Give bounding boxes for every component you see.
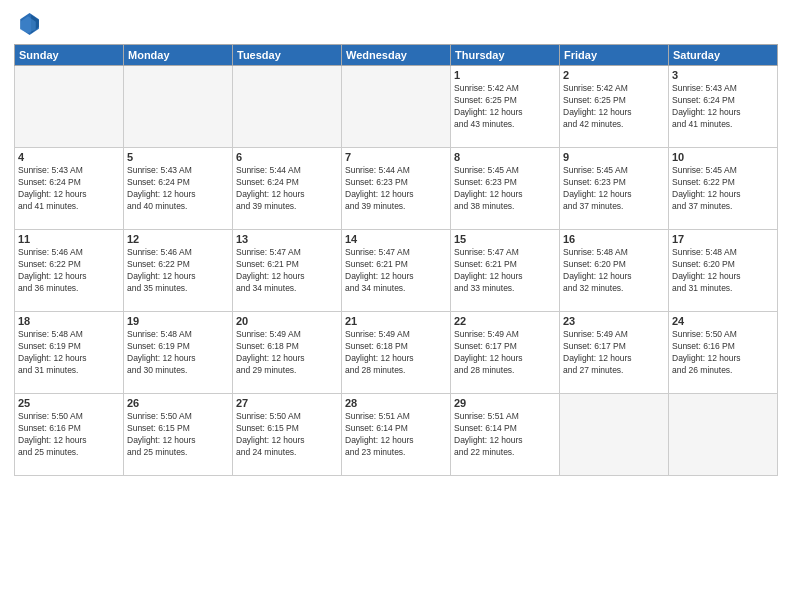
day-header-sunday: Sunday <box>15 45 124 66</box>
calendar-cell: 26Sunrise: 5:50 AM Sunset: 6:15 PM Dayli… <box>124 394 233 476</box>
calendar-cell: 19Sunrise: 5:48 AM Sunset: 6:19 PM Dayli… <box>124 312 233 394</box>
calendar-cell: 6Sunrise: 5:44 AM Sunset: 6:24 PM Daylig… <box>233 148 342 230</box>
logo <box>14 10 46 38</box>
day-info: Sunrise: 5:48 AM Sunset: 6:19 PM Dayligh… <box>127 329 229 377</box>
day-info: Sunrise: 5:50 AM Sunset: 6:15 PM Dayligh… <box>236 411 338 459</box>
day-number: 5 <box>127 151 229 163</box>
calendar-cell: 28Sunrise: 5:51 AM Sunset: 6:14 PM Dayli… <box>342 394 451 476</box>
day-number: 11 <box>18 233 120 245</box>
day-info: Sunrise: 5:45 AM Sunset: 6:23 PM Dayligh… <box>563 165 665 213</box>
logo-icon <box>14 10 42 38</box>
calendar-cell <box>669 394 778 476</box>
day-info: Sunrise: 5:48 AM Sunset: 6:19 PM Dayligh… <box>18 329 120 377</box>
calendar-cell: 11Sunrise: 5:46 AM Sunset: 6:22 PM Dayli… <box>15 230 124 312</box>
calendar-cell: 9Sunrise: 5:45 AM Sunset: 6:23 PM Daylig… <box>560 148 669 230</box>
day-number: 8 <box>454 151 556 163</box>
day-header-friday: Friday <box>560 45 669 66</box>
day-number: 15 <box>454 233 556 245</box>
calendar-cell: 3Sunrise: 5:43 AM Sunset: 6:24 PM Daylig… <box>669 66 778 148</box>
day-info: Sunrise: 5:44 AM Sunset: 6:23 PM Dayligh… <box>345 165 447 213</box>
week-row-1: 4Sunrise: 5:43 AM Sunset: 6:24 PM Daylig… <box>15 148 778 230</box>
calendar-cell: 27Sunrise: 5:50 AM Sunset: 6:15 PM Dayli… <box>233 394 342 476</box>
calendar-cell: 13Sunrise: 5:47 AM Sunset: 6:21 PM Dayli… <box>233 230 342 312</box>
day-info: Sunrise: 5:42 AM Sunset: 6:25 PM Dayligh… <box>454 83 556 131</box>
calendar-cell: 21Sunrise: 5:49 AM Sunset: 6:18 PM Dayli… <box>342 312 451 394</box>
day-info: Sunrise: 5:51 AM Sunset: 6:14 PM Dayligh… <box>454 411 556 459</box>
day-header-thursday: Thursday <box>451 45 560 66</box>
day-info: Sunrise: 5:51 AM Sunset: 6:14 PM Dayligh… <box>345 411 447 459</box>
day-info: Sunrise: 5:50 AM Sunset: 6:16 PM Dayligh… <box>672 329 774 377</box>
calendar-cell <box>124 66 233 148</box>
day-number: 4 <box>18 151 120 163</box>
day-number: 19 <box>127 315 229 327</box>
calendar-cell: 17Sunrise: 5:48 AM Sunset: 6:20 PM Dayli… <box>669 230 778 312</box>
week-row-0: 1Sunrise: 5:42 AM Sunset: 6:25 PM Daylig… <box>15 66 778 148</box>
calendar-cell: 24Sunrise: 5:50 AM Sunset: 6:16 PM Dayli… <box>669 312 778 394</box>
day-info: Sunrise: 5:47 AM Sunset: 6:21 PM Dayligh… <box>236 247 338 295</box>
calendar-cell: 15Sunrise: 5:47 AM Sunset: 6:21 PM Dayli… <box>451 230 560 312</box>
day-info: Sunrise: 5:50 AM Sunset: 6:15 PM Dayligh… <box>127 411 229 459</box>
calendar-cell: 22Sunrise: 5:49 AM Sunset: 6:17 PM Dayli… <box>451 312 560 394</box>
calendar-cell: 23Sunrise: 5:49 AM Sunset: 6:17 PM Dayli… <box>560 312 669 394</box>
calendar-cell: 5Sunrise: 5:43 AM Sunset: 6:24 PM Daylig… <box>124 148 233 230</box>
header <box>14 10 778 38</box>
day-number: 28 <box>345 397 447 409</box>
day-number: 29 <box>454 397 556 409</box>
day-info: Sunrise: 5:43 AM Sunset: 6:24 PM Dayligh… <box>18 165 120 213</box>
calendar-table: SundayMondayTuesdayWednesdayThursdayFrid… <box>14 44 778 476</box>
day-number: 6 <box>236 151 338 163</box>
day-info: Sunrise: 5:50 AM Sunset: 6:16 PM Dayligh… <box>18 411 120 459</box>
calendar-cell: 20Sunrise: 5:49 AM Sunset: 6:18 PM Dayli… <box>233 312 342 394</box>
calendar-cell: 8Sunrise: 5:45 AM Sunset: 6:23 PM Daylig… <box>451 148 560 230</box>
calendar-cell: 25Sunrise: 5:50 AM Sunset: 6:16 PM Dayli… <box>15 394 124 476</box>
day-number: 26 <box>127 397 229 409</box>
calendar-cell <box>15 66 124 148</box>
day-number: 23 <box>563 315 665 327</box>
day-number: 27 <box>236 397 338 409</box>
day-info: Sunrise: 5:48 AM Sunset: 6:20 PM Dayligh… <box>672 247 774 295</box>
day-header-tuesday: Tuesday <box>233 45 342 66</box>
week-row-2: 11Sunrise: 5:46 AM Sunset: 6:22 PM Dayli… <box>15 230 778 312</box>
day-info: Sunrise: 5:43 AM Sunset: 6:24 PM Dayligh… <box>672 83 774 131</box>
day-number: 25 <box>18 397 120 409</box>
calendar-cell: 12Sunrise: 5:46 AM Sunset: 6:22 PM Dayli… <box>124 230 233 312</box>
days-header-row: SundayMondayTuesdayWednesdayThursdayFrid… <box>15 45 778 66</box>
calendar-cell: 1Sunrise: 5:42 AM Sunset: 6:25 PM Daylig… <box>451 66 560 148</box>
calendar-cell: 14Sunrise: 5:47 AM Sunset: 6:21 PM Dayli… <box>342 230 451 312</box>
day-info: Sunrise: 5:45 AM Sunset: 6:23 PM Dayligh… <box>454 165 556 213</box>
day-info: Sunrise: 5:49 AM Sunset: 6:18 PM Dayligh… <box>345 329 447 377</box>
day-info: Sunrise: 5:48 AM Sunset: 6:20 PM Dayligh… <box>563 247 665 295</box>
day-number: 24 <box>672 315 774 327</box>
calendar-cell: 2Sunrise: 5:42 AM Sunset: 6:25 PM Daylig… <box>560 66 669 148</box>
calendar-cell <box>560 394 669 476</box>
page: SundayMondayTuesdayWednesdayThursdayFrid… <box>0 0 792 612</box>
day-info: Sunrise: 5:47 AM Sunset: 6:21 PM Dayligh… <box>454 247 556 295</box>
day-number: 9 <box>563 151 665 163</box>
day-number: 3 <box>672 69 774 81</box>
week-row-4: 25Sunrise: 5:50 AM Sunset: 6:16 PM Dayli… <box>15 394 778 476</box>
day-number: 21 <box>345 315 447 327</box>
day-number: 12 <box>127 233 229 245</box>
calendar-cell: 18Sunrise: 5:48 AM Sunset: 6:19 PM Dayli… <box>15 312 124 394</box>
day-number: 2 <box>563 69 665 81</box>
day-number: 20 <box>236 315 338 327</box>
day-info: Sunrise: 5:45 AM Sunset: 6:22 PM Dayligh… <box>672 165 774 213</box>
day-info: Sunrise: 5:49 AM Sunset: 6:17 PM Dayligh… <box>454 329 556 377</box>
calendar-cell: 4Sunrise: 5:43 AM Sunset: 6:24 PM Daylig… <box>15 148 124 230</box>
calendar-cell: 16Sunrise: 5:48 AM Sunset: 6:20 PM Dayli… <box>560 230 669 312</box>
day-header-monday: Monday <box>124 45 233 66</box>
calendar-cell <box>342 66 451 148</box>
day-number: 13 <box>236 233 338 245</box>
day-info: Sunrise: 5:44 AM Sunset: 6:24 PM Dayligh… <box>236 165 338 213</box>
day-number: 14 <box>345 233 447 245</box>
day-number: 22 <box>454 315 556 327</box>
day-info: Sunrise: 5:43 AM Sunset: 6:24 PM Dayligh… <box>127 165 229 213</box>
day-info: Sunrise: 5:47 AM Sunset: 6:21 PM Dayligh… <box>345 247 447 295</box>
day-number: 18 <box>18 315 120 327</box>
calendar-cell: 29Sunrise: 5:51 AM Sunset: 6:14 PM Dayli… <box>451 394 560 476</box>
calendar-cell <box>233 66 342 148</box>
day-number: 1 <box>454 69 556 81</box>
day-number: 7 <box>345 151 447 163</box>
day-info: Sunrise: 5:42 AM Sunset: 6:25 PM Dayligh… <box>563 83 665 131</box>
day-info: Sunrise: 5:46 AM Sunset: 6:22 PM Dayligh… <box>18 247 120 295</box>
